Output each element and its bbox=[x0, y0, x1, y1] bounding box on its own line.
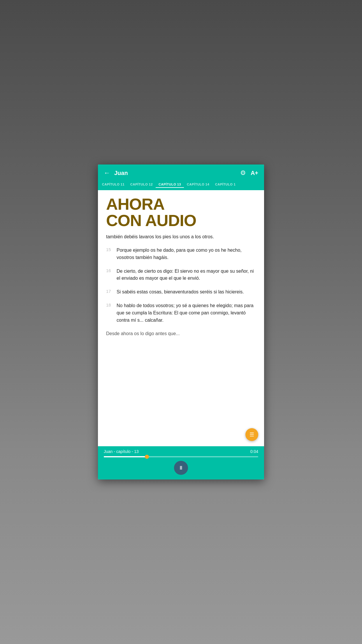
header-right: ⚙ A+ bbox=[240, 169, 258, 177]
settings-icon[interactable]: ⚙ bbox=[240, 169, 246, 177]
verse-text-18: No hablo de todos vosotros; yo sé a quie… bbox=[117, 302, 256, 324]
partial-verse-text: Desde ahora os lo digo antes que... bbox=[106, 330, 256, 337]
chapter-tab-14[interactable]: CAPÍTULO 14 bbox=[184, 181, 212, 188]
audio-time-display: 0:04 bbox=[250, 449, 258, 454]
promo-banner: AHORA CON AUDIO bbox=[106, 196, 256, 229]
fab-menu-icon: ☰ bbox=[249, 432, 254, 437]
header-bar: ← Juan ⚙ A+ bbox=[98, 164, 264, 181]
audio-controls: ⏸ bbox=[104, 461, 258, 475]
verse-17: 17 Si sabéis estas cosas, bienaventurado… bbox=[106, 288, 256, 296]
verse-number-17: 17 bbox=[106, 288, 113, 296]
chapter-tab-13[interactable]: CAPÍTULO 13 bbox=[156, 181, 184, 188]
verse-number-18: 18 bbox=[106, 302, 113, 324]
app-card: ← Juan ⚙ A+ CAPÍTULO 11 CAPÍTULO 12 CAPÍ… bbox=[98, 164, 264, 480]
chapter-tab-15[interactable]: CAPÍTULO 1 bbox=[212, 181, 238, 188]
verse-number-16: 16 bbox=[106, 268, 113, 282]
header-left: ← Juan bbox=[104, 169, 128, 177]
chapter-tab-12[interactable]: CAPÍTULO 12 bbox=[127, 181, 156, 188]
progress-bar-container[interactable] bbox=[104, 456, 258, 457]
chapter-tabs: CAPÍTULO 11 CAPÍTULO 12 CAPÍTULO 13 CAPÍ… bbox=[98, 181, 264, 190]
verse-number-15: 15 bbox=[106, 247, 113, 261]
verse-text-17: Si sabéis estas cosas, bienaventurados s… bbox=[117, 288, 244, 296]
intro-text: también debéis lavaros los pies los unos… bbox=[106, 233, 256, 240]
header-title: Juan bbox=[114, 170, 128, 176]
verse-15: 15 Porque ejemplo os he dado, para que c… bbox=[106, 247, 256, 261]
promo-line1: AHORA bbox=[106, 196, 256, 212]
verse-16: 16 De cierto, de cierto os digo: El sier… bbox=[106, 268, 256, 282]
verse-text-15: Porque ejemplo os he dado, para que como… bbox=[117, 247, 256, 261]
fab-menu-button[interactable]: ☰ bbox=[245, 428, 258, 441]
verse-18: 18 No hablo de todos vosotros; yo sé a q… bbox=[106, 302, 256, 324]
chapter-tab-11[interactable]: CAPÍTULO 11 bbox=[99, 181, 127, 188]
progress-thumb[interactable] bbox=[145, 455, 149, 459]
font-size-button[interactable]: A+ bbox=[251, 170, 258, 176]
verse-text-16: De cierto, de cierto os digo: El siervo … bbox=[117, 268, 256, 282]
progress-bar-fill bbox=[104, 456, 147, 457]
pause-button[interactable]: ⏸ bbox=[174, 461, 188, 475]
content-fade bbox=[98, 435, 264, 446]
pause-icon: ⏸ bbox=[178, 465, 184, 471]
audio-track-title: Juan - capítulo - 13 bbox=[104, 449, 139, 454]
promo-line2: CON AUDIO bbox=[106, 212, 256, 229]
audio-player: Juan - capítulo - 13 0:04 ⏸ bbox=[98, 446, 264, 480]
content-area: AHORA CON AUDIO también debéis lavaros l… bbox=[98, 190, 264, 446]
audio-info-row: Juan - capítulo - 13 0:04 bbox=[104, 449, 258, 454]
back-button[interactable]: ← bbox=[104, 169, 110, 177]
